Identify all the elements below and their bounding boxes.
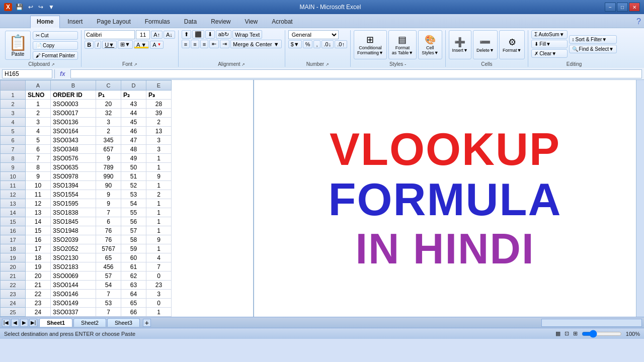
table-cell[interactable]: 3SO0136 [51, 118, 96, 127]
table-cell[interactable]: 3SO0164 [51, 127, 96, 136]
table-cell[interactable]: 48 [121, 145, 146, 154]
format-painter-button[interactable]: 🖌 Format Painter [33, 51, 78, 60]
table-cell[interactable]: 3SO1554 [51, 190, 96, 199]
tab-review[interactable]: Review [204, 16, 237, 28]
table-cell[interactable]: 5767 [96, 244, 121, 253]
table-cell[interactable]: 3SO0978 [51, 172, 96, 181]
increase-decimal-button[interactable]: .0↑ [335, 40, 347, 48]
table-cell[interactable]: 50 [121, 163, 146, 172]
table-cell[interactable]: 63 [121, 281, 146, 290]
table-cell[interactable]: 76 [96, 226, 121, 235]
table-cell[interactable]: 44 [121, 109, 146, 118]
table-cell[interactable]: 14 [26, 217, 51, 226]
tab-view[interactable]: View [238, 16, 264, 28]
table-cell[interactable]: 58 [121, 235, 146, 244]
table-cell[interactable]: 4 [146, 253, 172, 262]
help-icon[interactable]: ? [636, 17, 641, 26]
tab-acrobat[interactable]: Acrobat [265, 16, 299, 28]
table-cell[interactable]: 60 [121, 253, 146, 262]
cell-styles-button[interactable]: 🎨CellStyles▼ [418, 30, 442, 59]
find-select-button[interactable]: 🔍 Find & Select▼ [569, 45, 617, 53]
wrap-text-button[interactable]: Wrap Text [232, 30, 262, 39]
table-cell[interactable]: 64 [121, 290, 146, 299]
table-cell[interactable]: 6 [96, 217, 121, 226]
table-cell[interactable]: 39 [146, 109, 172, 118]
fill-color-button[interactable]: A▼ [134, 41, 149, 49]
table-cell[interactable]: 1 [146, 226, 172, 235]
decrease-decimal-button[interactable]: .0↓ [321, 40, 334, 48]
table-cell[interactable]: 17 [26, 244, 51, 253]
table-cell[interactable]: 2 [146, 118, 172, 127]
table-cell[interactable]: 7 [96, 290, 121, 299]
table-cell[interactable]: 12 [26, 199, 51, 208]
table-cell[interactable]: 0 [146, 272, 172, 281]
table-cell[interactable]: 3SO0017 [51, 109, 96, 118]
decrease-font-button[interactable]: A↓ [164, 31, 175, 39]
table-cell[interactable]: 61 [121, 262, 146, 272]
zoom-slider[interactable] [582, 330, 622, 338]
increase-font-button[interactable]: A↑ [151, 31, 163, 39]
tab-data[interactable]: Data [178, 16, 203, 28]
table-cell[interactable]: 1 [146, 154, 172, 163]
cell-D1[interactable]: P₂ [121, 90, 146, 100]
table-cell[interactable]: 49 [121, 154, 146, 163]
align-top-button[interactable]: ⬆ [182, 30, 191, 39]
table-cell[interactable]: 45 [121, 118, 146, 127]
cell-A1[interactable]: SLNO [26, 90, 51, 100]
align-bottom-button[interactable]: ⬇ [205, 30, 215, 39]
table-cell[interactable]: 90 [96, 181, 121, 190]
table-cell[interactable]: 5 [26, 136, 51, 145]
text-direction-button[interactable]: ab↻ [216, 30, 231, 39]
cell-E1[interactable]: P₃ [146, 90, 172, 100]
table-cell[interactable]: 1 [146, 217, 172, 226]
table-cell[interactable]: 7 [96, 308, 121, 317]
table-cell[interactable]: 1 [146, 199, 172, 208]
table-cell[interactable]: 10 [26, 181, 51, 190]
table-cell[interactable]: 32 [96, 109, 121, 118]
restore-button[interactable]: □ [617, 3, 628, 12]
borders-button[interactable]: ⊞▼ [118, 40, 133, 49]
table-cell[interactable]: 1 [146, 208, 172, 217]
table-cell[interactable]: 345 [96, 136, 121, 145]
table-cell[interactable]: 1 [26, 100, 51, 109]
table-cell[interactable]: 3SO2052 [51, 244, 96, 253]
table-cell[interactable]: 54 [121, 199, 146, 208]
formula-input[interactable] [70, 69, 642, 78]
table-cell[interactable]: 20 [26, 272, 51, 281]
view-normal-icon[interactable]: ▦ [555, 330, 560, 337]
table-cell[interactable]: 3 [146, 145, 172, 154]
table-cell[interactable]: 47 [121, 136, 146, 145]
comma-button[interactable]: , [313, 40, 320, 48]
table-cell[interactable]: 23 [146, 281, 172, 290]
underline-button[interactable]: U▼ [102, 41, 117, 49]
save-button[interactable]: 💾 [14, 3, 25, 11]
vertical-scrollbar[interactable] [636, 80, 644, 317]
table-cell[interactable]: 2 [26, 109, 51, 118]
italic-button[interactable]: I [95, 41, 101, 49]
table-cell[interactable]: 65 [96, 253, 121, 262]
table-cell[interactable]: 1 [146, 163, 172, 172]
table-cell[interactable]: 52 [121, 181, 146, 190]
table-cell[interactable]: 53 [121, 190, 146, 199]
percent-button[interactable]: % [303, 40, 313, 48]
sheet-tab-3[interactable]: Sheet3 [107, 318, 140, 327]
customize-qa-button[interactable]: ▼ [47, 3, 56, 11]
table-cell[interactable]: 28 [146, 100, 172, 109]
table-cell[interactable]: 13 [26, 208, 51, 217]
decrease-indent-button[interactable]: ⇤ [209, 40, 219, 48]
conditional-formatting-button[interactable]: ⊞ConditionalFormatting▼ [354, 30, 387, 59]
paste-button[interactable]: 📋 Paste [5, 31, 31, 60]
table-cell[interactable]: 19 [26, 262, 51, 272]
table-cell[interactable]: 2 [96, 127, 121, 136]
table-cell[interactable]: 3 [146, 136, 172, 145]
table-cell[interactable]: 3SO0576 [51, 154, 96, 163]
number-format-select[interactable]: General Number Currency Percentage [288, 30, 339, 39]
table-cell[interactable]: 3SO2130 [51, 253, 96, 262]
table-cell[interactable]: 3SO2039 [51, 235, 96, 244]
tab-pagelayout[interactable]: Page Layout [90, 16, 137, 28]
table-cell[interactable]: 21 [26, 281, 51, 290]
table-cell[interactable]: 55 [121, 208, 146, 217]
table-cell[interactable]: 3 [146, 290, 172, 299]
table-cell[interactable]: 54 [96, 281, 121, 290]
table-cell[interactable]: 3 [96, 118, 121, 127]
